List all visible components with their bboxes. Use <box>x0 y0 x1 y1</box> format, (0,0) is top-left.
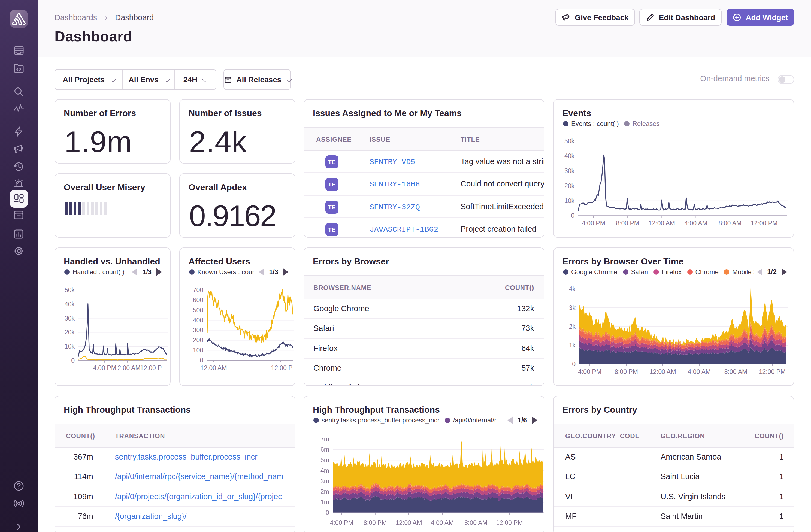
svg-text:12:00 PM: 12:00 PM <box>751 220 778 227</box>
svg-text:1k: 1k <box>569 342 576 349</box>
svg-text:2m: 2m <box>320 488 329 495</box>
svg-text:4m: 4m <box>320 467 329 474</box>
svg-text:20k: 20k <box>65 329 75 336</box>
svg-text:12:00 AM: 12:00 AM <box>648 220 675 227</box>
svg-text:12:00 PM: 12:00 PM <box>496 519 523 526</box>
svg-text:4:00 AM: 4:00 AM <box>688 368 711 375</box>
svg-text:30k: 30k <box>564 167 575 174</box>
svg-text:2k: 2k <box>569 323 576 330</box>
svg-text:10k: 10k <box>65 343 75 350</box>
svg-text:4:00 PM: 4:00 PM <box>330 519 353 526</box>
svg-text:8:00 PM: 8:00 PM <box>364 519 387 526</box>
svg-text:8:00 PM: 8:00 PM <box>614 368 638 375</box>
svg-text:4:00 AM: 4:00 AM <box>431 519 454 526</box>
svg-text:8:00 AM: 8:00 AM <box>724 368 747 375</box>
svg-text:30k: 30k <box>65 315 75 322</box>
svg-text:50k: 50k <box>564 138 575 145</box>
svg-text:40k: 40k <box>65 301 75 308</box>
svg-text:7m: 7m <box>320 436 329 443</box>
svg-text:40k: 40k <box>564 152 575 159</box>
svg-text:200: 200 <box>193 337 203 344</box>
svg-text:400: 400 <box>193 317 203 324</box>
svg-text:3m: 3m <box>320 478 329 485</box>
svg-text:12:00 P: 12:00 P <box>140 364 162 371</box>
svg-text:600: 600 <box>193 297 203 304</box>
svg-text:4:00 AM: 4:00 AM <box>684 220 707 227</box>
svg-text:0: 0 <box>200 357 203 364</box>
svg-text:3k: 3k <box>569 304 576 311</box>
svg-text:500: 500 <box>193 307 203 314</box>
svg-text:0: 0 <box>572 361 576 368</box>
svg-text:700: 700 <box>193 286 203 293</box>
svg-text:4:00 PM: 4:00 PM <box>93 364 116 371</box>
svg-text:100: 100 <box>193 347 203 354</box>
svg-text:12:00 AM: 12:00 AM <box>200 364 227 371</box>
svg-text:0: 0 <box>71 357 75 364</box>
svg-text:4k: 4k <box>569 285 576 292</box>
svg-text:20k: 20k <box>564 182 575 189</box>
svg-text:4:00 PM: 4:00 PM <box>582 220 605 227</box>
svg-text:5m: 5m <box>320 456 329 463</box>
svg-text:4:00 PM: 4:00 PM <box>578 368 601 375</box>
svg-text:12:00 AM: 12:00 AM <box>114 364 140 371</box>
svg-text:0: 0 <box>326 509 329 516</box>
svg-text:1m: 1m <box>320 499 329 506</box>
svg-text:0: 0 <box>571 212 575 219</box>
svg-text:8:00 AM: 8:00 AM <box>719 220 741 227</box>
svg-text:300: 300 <box>193 326 203 334</box>
svg-text:12:00 AM: 12:00 AM <box>395 519 422 526</box>
svg-text:8:00 PM: 8:00 PM <box>616 220 639 227</box>
svg-text:50k: 50k <box>65 286 75 293</box>
svg-text:8:00 AM: 8:00 AM <box>464 519 487 526</box>
svg-text:6m: 6m <box>320 446 329 453</box>
svg-text:10k: 10k <box>564 197 575 204</box>
svg-text:12:00 P: 12:00 P <box>271 364 292 371</box>
svg-text:12:00 PM: 12:00 PM <box>759 368 786 375</box>
svg-text:12:00 AM: 12:00 AM <box>649 368 676 375</box>
